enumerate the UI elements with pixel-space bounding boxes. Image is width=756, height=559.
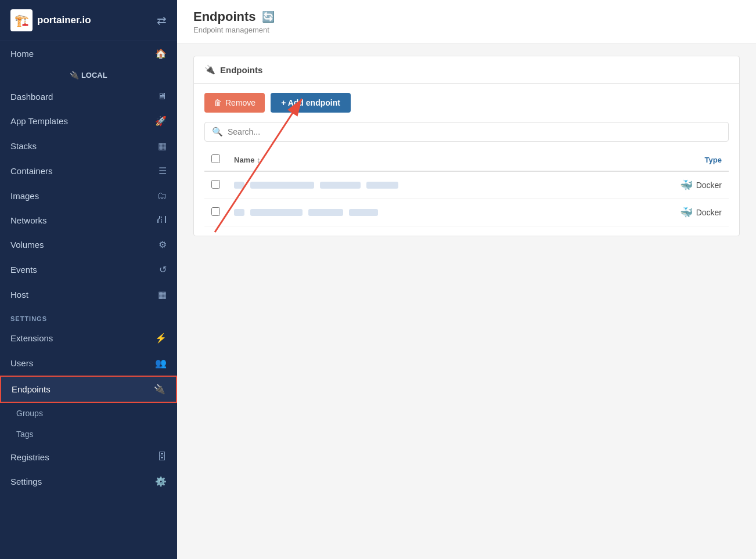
- sidebar-item-registries[interactable]: Registries 🗄: [0, 445, 177, 469]
- extensions-icon: ⚡: [155, 333, 167, 344]
- local-badge: 🔌 LOCAL: [0, 66, 177, 84]
- endpoints-panel: 🔌 Endpoints 🗑 Remove + Add endpoint 🔍: [193, 56, 740, 236]
- docker-label-2: 🐳 Docker: [616, 206, 722, 219]
- sidebar-item-images[interactable]: Images 🗂: [0, 183, 177, 208]
- section-header: 🔌 Endpoints: [194, 56, 739, 84]
- table-row: 🐳 Docker: [204, 171, 729, 199]
- events-icon: ↺: [159, 264, 167, 275]
- transfer-icon[interactable]: ⇄: [157, 13, 167, 27]
- page-subtitle: Endpoint management: [193, 26, 740, 34]
- placeholder-name: [250, 209, 303, 216]
- placeholder-dot: [234, 209, 244, 216]
- sidebar-item-host[interactable]: Host ▦: [0, 282, 177, 307]
- sidebar-item-extensions[interactable]: Extensions ⚡: [0, 326, 177, 351]
- sidebar-item-dashboard[interactable]: Dashboard 🖥: [0, 84, 177, 109]
- sidebar-item-home[interactable]: Home 🏠: [0, 41, 177, 66]
- col-type: Type: [609, 149, 729, 171]
- name-cell-1: [234, 182, 602, 189]
- remove-button[interactable]: 🗑 Remove: [204, 93, 265, 113]
- docker-label-1: 🐳 Docker: [616, 179, 722, 192]
- docker-icon-1: 🐳: [680, 179, 693, 192]
- select-all-checkbox[interactable]: [211, 154, 220, 163]
- main-header: Endpoints 🔄 Endpoint management: [177, 0, 756, 44]
- sidebar-item-groups[interactable]: Groups: [0, 403, 177, 424]
- placeholder-extra: [320, 182, 361, 189]
- table-row: 🐳 Docker: [204, 199, 729, 226]
- settings-section-label: SETTINGS: [0, 307, 177, 326]
- volumes-icon: ⚙: [159, 239, 167, 250]
- sidebar-item-app-templates[interactable]: App Templates 🚀: [0, 109, 177, 134]
- sidebar-item-settings[interactable]: Settings ⚙️: [0, 469, 177, 494]
- endpoints-table: Name ↕ Type: [204, 149, 729, 226]
- main-area: Endpoints 🔄 Endpoint management 🔌 Endpoi…: [177, 0, 756, 559]
- docker-icon-2: 🐳: [680, 206, 693, 219]
- registries-icon: 🗄: [157, 452, 167, 462]
- sidebar-item-stacks[interactable]: Stacks ▦: [0, 134, 177, 158]
- search-bar: 🔍: [204, 122, 729, 142]
- placeholder-extra2: [349, 209, 378, 216]
- networks-icon: ⛙: [157, 215, 167, 225]
- sidebar-item-networks[interactable]: Networks ⛙: [0, 208, 177, 232]
- sidebar-item-users[interactable]: Users 👥: [0, 351, 177, 376]
- host-icon: ▦: [158, 289, 167, 300]
- placeholder-extra: [308, 209, 343, 216]
- sidebar-item-events[interactable]: Events ↺: [0, 257, 177, 282]
- settings-icon: ⚙️: [155, 476, 167, 487]
- placeholder-extra2: [366, 182, 398, 189]
- sidebar-logo: 🏗️ portainer.io ⇄: [0, 0, 177, 41]
- logo-icon: 🏗️: [10, 9, 33, 31]
- row-checkbox-1[interactable]: [211, 180, 220, 189]
- action-bar: 🗑 Remove + Add endpoint: [204, 93, 729, 113]
- endpoints-icon: 🔌: [154, 384, 165, 395]
- stacks-icon: ▦: [158, 140, 167, 152]
- sidebar: 🏗️ portainer.io ⇄ Home 🏠 🔌 LOCAL Dashboa…: [0, 0, 177, 559]
- logo-area: 🏗️ portainer.io: [10, 9, 91, 31]
- page-title: Endpoints 🔄: [193, 9, 740, 24]
- placeholder-dot: [234, 182, 244, 189]
- section-icon: 🔌: [204, 64, 215, 75]
- dashboard-icon: 🖥: [157, 91, 167, 102]
- search-icon: 🔍: [212, 127, 223, 137]
- add-endpoint-button[interactable]: + Add endpoint: [271, 93, 351, 113]
- col-name: Name ↕: [227, 149, 609, 171]
- name-cell-2: [234, 209, 602, 216]
- section-body: 🗑 Remove + Add endpoint 🔍: [194, 84, 739, 236]
- containers-icon: ☰: [159, 165, 167, 176]
- sidebar-item-tags[interactable]: Tags: [0, 424, 177, 445]
- row-checkbox-2[interactable]: [211, 207, 220, 216]
- sort-icon[interactable]: ↕: [257, 156, 261, 164]
- trash-icon: 🗑: [214, 98, 222, 107]
- images-icon: 🗂: [157, 190, 167, 201]
- sidebar-item-volumes[interactable]: Volumes ⚙: [0, 232, 177, 257]
- sidebar-item-endpoints[interactable]: Endpoints 🔌: [0, 376, 177, 403]
- home-icon: 🏠: [155, 48, 167, 59]
- sidebar-item-containers[interactable]: Containers ☰: [0, 158, 177, 183]
- refresh-icon[interactable]: 🔄: [262, 10, 275, 23]
- main-content: 🔌 Endpoints 🗑 Remove + Add endpoint 🔍: [177, 44, 756, 559]
- placeholder-name: [250, 182, 314, 189]
- app-templates-icon: 🚀: [155, 116, 167, 127]
- logo-text: portainer.io: [37, 15, 91, 26]
- users-icon: 👥: [155, 358, 167, 369]
- search-input[interactable]: [228, 127, 721, 136]
